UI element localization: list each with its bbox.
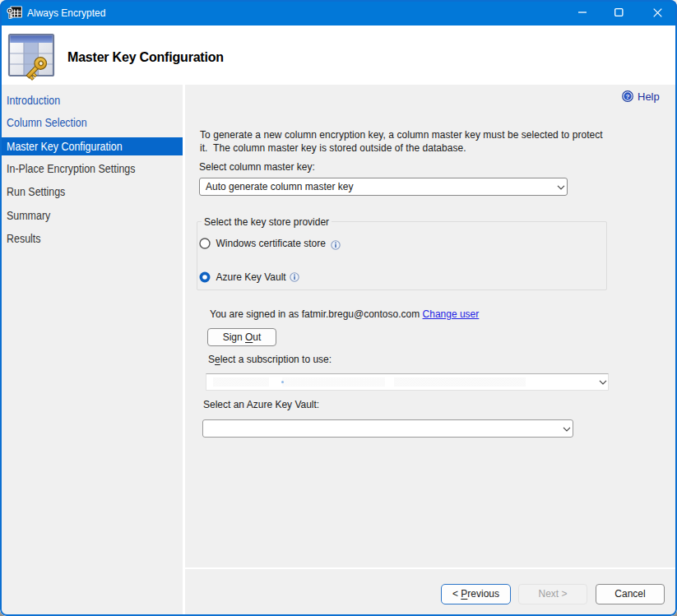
svg-text:?: ? bbox=[626, 93, 630, 100]
